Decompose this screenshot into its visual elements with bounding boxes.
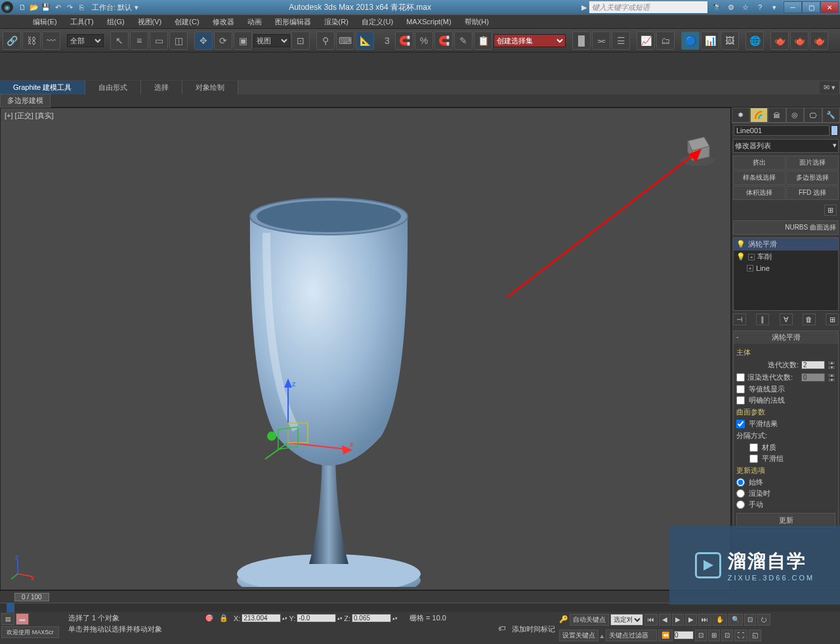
update-always-radio[interactable] — [736, 478, 745, 487]
lightbulb-icon[interactable]: 💡 — [736, 240, 746, 249]
time-config-icon[interactable]: ⊡ — [695, 630, 707, 641]
iterations-spinner[interactable] — [801, 361, 825, 369]
named-selection-dropdown[interactable]: 创建选择集 — [494, 34, 566, 47]
menu-group[interactable]: 组(G) — [100, 15, 131, 29]
mod-spline-select[interactable]: 样条线选择 — [733, 171, 786, 185]
nav-max-icon[interactable]: ⛶ — [734, 630, 747, 641]
display-tab-icon[interactable]: 🖵 — [804, 108, 822, 123]
layer-manager-icon[interactable]: ☰ — [612, 31, 630, 50]
prev-frame-icon[interactable]: ◀ — [659, 614, 671, 626]
mod-poly-select[interactable]: 多边形选择 — [786, 171, 839, 185]
tab-paint[interactable]: 对象绘制 — [182, 81, 238, 94]
prev-key-icon[interactable]: ⏮ — [644, 614, 658, 626]
key-filters-dropdown[interactable]: 选定对 — [610, 614, 643, 626]
isoline-checkbox[interactable] — [736, 385, 745, 393]
spinner-snap-icon[interactable]: 🧲 — [434, 31, 453, 50]
motion-tab-icon[interactable]: ◎ — [786, 108, 805, 123]
nav-zoom-icon[interactable]: 🔍 — [728, 614, 743, 626]
save-icon[interactable]: 💾 — [41, 2, 51, 12]
move-icon[interactable]: ✥ — [194, 31, 213, 50]
rendered-frame-icon[interactable]: 🖼 — [721, 31, 739, 50]
nav-zoom-all-icon[interactable]: ⊞ — [708, 630, 720, 641]
autokey-button[interactable]: 自动关键点 — [570, 614, 609, 626]
select-object-icon[interactable]: ↖ — [110, 31, 129, 50]
snap-toggle-icon[interactable]: 📐 — [356, 31, 374, 50]
mirror-icon[interactable]: ▐▌ — [572, 31, 591, 50]
z-input[interactable] — [352, 614, 391, 622]
goto-start-icon[interactable]: ⏪ — [658, 630, 673, 641]
new-icon[interactable]: 🗋 — [17, 2, 28, 12]
menu-customize[interactable]: 自定义(U) — [355, 15, 400, 29]
next-key-icon[interactable]: ⏭ — [698, 614, 711, 626]
select-by-name-icon[interactable]: ≡ — [130, 31, 148, 50]
tab-graphite[interactable]: Graphite 建模工具 — [0, 81, 85, 94]
mod-extrude[interactable]: 挤出 — [733, 155, 786, 170]
ribbon-dropdown-icon[interactable]: ✉ ▾ — [820, 81, 840, 94]
modify-tab-icon[interactable]: 🌈 — [750, 108, 768, 123]
hierarchy-tab-icon[interactable]: 🏛 — [768, 108, 786, 123]
percent-snap-icon[interactable]: % — [415, 31, 433, 50]
stack-item-turbosmooth[interactable]: 💡 涡轮平滑 — [734, 238, 838, 251]
rotate-icon[interactable]: ⟳ — [214, 31, 232, 50]
render-iter-checkbox[interactable] — [736, 373, 745, 382]
rollout-header[interactable]: -涡轮平滑 — [734, 331, 838, 344]
transform-gizmo[interactable]: z x — [255, 377, 354, 489]
play-icon[interactable]: ▶ — [672, 614, 684, 626]
lock-selection-icon[interactable]: 🔒 — [219, 614, 228, 622]
unlink-tool-icon[interactable]: ⛓ — [22, 31, 41, 50]
object-color-swatch[interactable] — [831, 125, 838, 136]
create-tab-icon[interactable]: ✹ — [732, 108, 750, 123]
tab-freeform[interactable]: 自由形式 — [85, 81, 141, 94]
utilities-tab-icon[interactable]: 🔧 — [822, 108, 841, 123]
menu-maxscript[interactable]: MAXScript(M) — [400, 16, 457, 28]
bind-space-warp-icon[interactable]: 〰 — [42, 31, 60, 50]
mod-nurbs-button[interactable]: NURBS 曲面选择 — [733, 220, 839, 235]
search-input[interactable]: 键入关键字或短语 — [589, 1, 707, 13]
stack-item-line[interactable]: + Line — [734, 263, 838, 273]
align-icon[interactable]: ⫘ — [592, 31, 610, 50]
edit-named-sel-icon[interactable]: ✎ — [454, 31, 472, 50]
pin-stack-icon[interactable]: ⊣ — [733, 313, 746, 325]
render-last-icon[interactable]: 🫖 — [810, 31, 828, 50]
window-crossing-icon[interactable]: ◫ — [169, 31, 188, 50]
make-unique-icon[interactable]: ∀ — [780, 313, 793, 325]
nav-min-max-icon[interactable]: ◱ — [749, 630, 761, 641]
nav-zoom-ext-icon[interactable]: ⊡ — [721, 630, 733, 641]
stack-item-lathe[interactable]: 💡 + 车削 — [734, 251, 838, 263]
menu-help[interactable]: 帮助(H) — [458, 15, 495, 29]
x-input[interactable] — [242, 614, 281, 622]
tab-selection[interactable]: 选择 — [141, 81, 182, 94]
maxscript-mini-icon[interactable]: ▤ — [1, 613, 14, 625]
viewport-label[interactable]: [+] [正交] [真实] — [5, 111, 54, 121]
comm-center-icon[interactable]: ⚙ — [726, 2, 736, 12]
remove-modifier-icon[interactable]: 🗑 — [803, 313, 816, 325]
update-render-radio[interactable] — [736, 489, 745, 498]
key-mode-icon[interactable]: ⟁ — [600, 632, 604, 639]
material-editor2-icon[interactable]: 🌐 — [746, 31, 764, 50]
keyboard-shortcut-icon[interactable]: ⌨ — [336, 31, 354, 50]
ref-coord-dropdown[interactable]: 视图 — [253, 34, 290, 47]
named-sel-sets-icon[interactable]: 📋 — [474, 31, 492, 50]
setkey-button[interactable]: 设置关键点 — [559, 630, 598, 641]
time-slider-handle[interactable]: 0 / 100 — [14, 593, 49, 601]
configure-sets-icon[interactable]: ⊞ — [826, 313, 839, 325]
nav-fov-icon[interactable]: ⊡ — [744, 614, 756, 626]
angle-snap-icon[interactable]: 🧲 — [395, 31, 413, 50]
render-production-icon[interactable]: 🫖 — [770, 31, 789, 50]
lock-icon[interactable]: 🎯 — [205, 614, 214, 622]
spinner-buttons[interactable]: ▴▾ — [828, 361, 835, 370]
selection-filter-dropdown[interactable]: 全部 — [67, 34, 104, 47]
config-sets-icon[interactable]: ⊞ — [824, 205, 837, 216]
rect-region-icon[interactable]: ▭ — [150, 31, 168, 50]
scale-icon[interactable]: ▣ — [234, 31, 252, 50]
ribbon-polymodeling[interactable]: 多边形建模 — [0, 94, 51, 108]
explicit-normals-checkbox[interactable] — [736, 396, 745, 405]
modifier-stack[interactable]: 💡 涡轮平滑 💡 + 车削 + Line — [733, 237, 839, 311]
schematic-view-icon[interactable]: 🗂 — [656, 31, 675, 50]
render-icon[interactable]: 🫖 — [790, 31, 808, 50]
curve-editor-icon[interactable]: 📈 — [637, 31, 655, 50]
viewport[interactable]: [+] [正交] [真实] — [0, 108, 731, 590]
menu-view[interactable]: 视图(V) — [131, 15, 169, 29]
render-setup-icon[interactable]: 📊 — [701, 31, 719, 50]
lightbulb-icon[interactable]: 💡 — [736, 252, 746, 261]
